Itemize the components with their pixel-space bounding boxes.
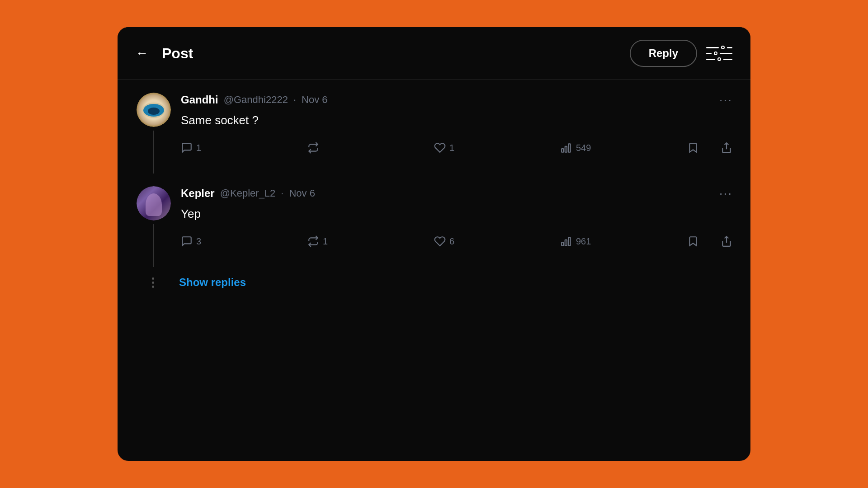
filter-icon[interactable]: [706, 46, 732, 61]
dot-3: [152, 286, 154, 288]
views-count: 961: [576, 236, 591, 247]
svg-rect-2: [568, 144, 570, 152]
reply-icon: [181, 235, 193, 247]
feed: Gandhi @Gandhi2222 · Nov 6 ··· Same sock…: [118, 80, 750, 461]
post-right: Gandhi @Gandhi2222 · Nov 6 ··· Same sock…: [181, 93, 732, 174]
page-title: Post: [162, 45, 193, 62]
post-header-row: Gandhi @Gandhi2222 · Nov 6 ···: [181, 93, 732, 107]
svg-rect-6: [568, 237, 570, 245]
retweet-action[interactable]: [307, 142, 434, 154]
reply-action[interactable]: 1: [181, 142, 307, 154]
bookmark-button[interactable]: [687, 235, 699, 247]
post-content: Same socket ?: [181, 112, 732, 129]
back-button[interactable]: ←: [136, 46, 148, 61]
separator-dot: ·: [293, 94, 296, 106]
avatar[interactable]: [137, 186, 171, 221]
share-button[interactable]: [721, 235, 732, 247]
svg-rect-4: [561, 242, 563, 246]
user-handle[interactable]: @Kepler_L2: [220, 188, 276, 199]
svg-rect-0: [561, 149, 563, 152]
retweet-icon: [307, 142, 319, 154]
avatar[interactable]: [137, 93, 171, 127]
username[interactable]: Kepler: [181, 187, 215, 200]
views-icon: [561, 235, 572, 247]
more-options-button[interactable]: ···: [719, 186, 732, 201]
views-action[interactable]: 961: [561, 235, 687, 247]
separator-dot: ·: [281, 188, 283, 199]
svg-rect-5: [565, 240, 567, 246]
post-left: [136, 93, 172, 174]
views-icon: [561, 142, 572, 154]
user-handle[interactable]: @Gandhi2222: [224, 94, 288, 106]
reply-action[interactable]: 3: [181, 235, 307, 247]
views-action[interactable]: 549: [561, 142, 687, 154]
reply-button[interactable]: Reply: [630, 40, 697, 67]
post-timestamp: Nov 6: [302, 94, 327, 106]
thread-line: [153, 131, 154, 174]
avatar-kepler-image: [137, 186, 171, 221]
header-right: Reply: [630, 40, 732, 67]
like-icon: [434, 142, 446, 154]
post-item: Gandhi @Gandhi2222 · Nov 6 ··· Same sock…: [118, 80, 750, 174]
thread-dots: [136, 277, 170, 288]
post-item: Kepler @Kepler_L2 · Nov 6 ··· Yep 3: [118, 174, 750, 267]
action-right: [687, 235, 732, 247]
post-timestamp: Nov 6: [289, 188, 315, 199]
post-meta: Gandhi @Gandhi2222 · Nov 6: [181, 94, 328, 106]
reply-count: 1: [196, 143, 201, 153]
post-left: [136, 186, 172, 267]
phone-frame: ← Post Reply: [118, 27, 750, 461]
like-action[interactable]: 6: [434, 235, 561, 247]
username[interactable]: Gandhi: [181, 94, 218, 106]
svg-rect-1: [565, 146, 567, 152]
post-meta: Kepler @Kepler_L2 · Nov 6: [181, 187, 315, 200]
retweet-action[interactable]: 1: [307, 235, 434, 247]
post-header-row: Kepler @Kepler_L2 · Nov 6 ···: [181, 186, 732, 201]
retweet-icon: [307, 235, 319, 247]
like-count: 1: [449, 143, 454, 153]
header: ← Post Reply: [118, 27, 750, 80]
avatar-gandhi-image: [137, 93, 171, 127]
like-icon: [434, 235, 446, 247]
dot-2: [152, 282, 154, 284]
post-right: Kepler @Kepler_L2 · Nov 6 ··· Yep 3: [181, 186, 732, 267]
views-count: 549: [576, 143, 591, 153]
reply-icon: [181, 142, 193, 154]
show-replies-button[interactable]: Show replies: [179, 276, 246, 289]
action-right: [687, 142, 732, 154]
post-actions: 3 1 6: [181, 232, 732, 256]
retweet-count: 1: [323, 236, 328, 247]
post-content: Yep: [181, 205, 732, 223]
show-replies-row: Show replies: [118, 267, 750, 302]
bookmark-button[interactable]: [687, 142, 699, 154]
like-action[interactable]: 1: [434, 142, 561, 154]
more-options-button[interactable]: ···: [719, 93, 732, 107]
header-left: ← Post: [136, 45, 193, 62]
dot-1: [152, 277, 154, 280]
like-count: 6: [449, 236, 454, 247]
reply-count: 3: [196, 236, 201, 247]
share-button[interactable]: [721, 142, 732, 154]
post-actions: 1 1: [181, 138, 732, 163]
thread-line: [153, 224, 154, 267]
